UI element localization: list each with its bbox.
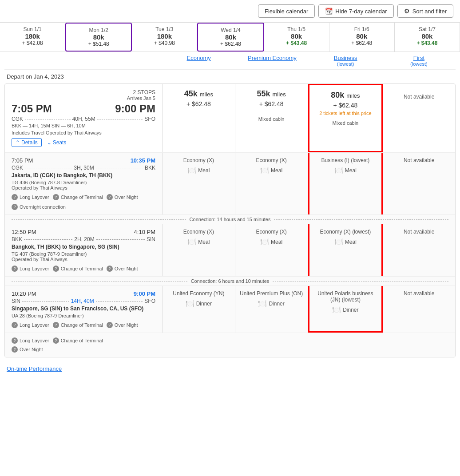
seg3-dep-time: 10:20 PM [12,290,36,297]
arrival-time: 9:00 PM [115,103,155,115]
fare-business[interactable]: 80k miles + $62.48 2 tickets left at thi… [308,84,383,152]
seg2-operated: Operated by Thai Airways [12,257,155,262]
flight-info: 2 STOPS Arrives Jan 5 7:05 PM 9:00 PM CG… [5,84,163,152]
segment-3: 10:20 PM 9:00 PM SIN 14H, 40M SFO Singap… [5,286,455,333]
seg3-tag-change-terminal: ? Change of Terminal [53,322,103,328]
seg3-fare-economy: United Economy (YN) 🍽️ Dinner [163,286,235,333]
calendar2-icon: 📆 [325,8,333,15]
question-icon-6[interactable]: ? [53,266,59,272]
seg3-fare-premium: United Premium Plus (ON) 🍽️ Dinner [235,286,308,333]
question-icon-13[interactable]: ? [12,346,18,353]
via-info: BKK — 14H, 15M SIN — 6H, 10M [12,123,155,128]
question-icon-2[interactable]: ? [53,194,59,200]
seg2-flight-number: TG 407 (Boeing 787-9 Dreamliner) [12,251,155,257]
fare-economy[interactable]: 45k miles + $62.48 [163,84,235,152]
seg3-arr-time: 9:00 PM [134,290,155,297]
operated-by: Includes Travel Operated by Thai Airways [12,130,155,135]
dep-code: CGK [12,116,23,122]
seg1-flight-name: Jakarta, ID (CGK) to Bangkok, TH (BKK) [12,172,155,178]
calendar-day-tue13[interactable]: Tue 1/3 180k + $40.98 [132,23,197,52]
seg1-arr-time: 10:35 PM [131,157,155,164]
seg2-arr-code: SIN [147,236,155,242]
seg2-tag-change-terminal: ? Change of Terminal [53,266,103,272]
seg3-tag-overnight: ? Over Night [107,322,138,328]
arr-code: SFO [144,116,155,122]
seg2-arr-time: 4:10 PM [134,229,155,235]
col-header-first[interactable]: First (lowest) [382,55,456,67]
seg3-duration: 14H, 40M [71,298,94,304]
col-header-premium[interactable]: Premium Economy [235,55,309,67]
seg1-fare-first: Not available [383,153,455,214]
seg1-flight-number: TG 436 (Boeing 787-8 Dreamliner) [12,180,155,185]
seg3-flight-number: UA 28 (Boeing 787-9 Dreamliner) [12,313,155,318]
on-time-link[interactable]: On-time Performance [7,365,62,372]
seg1-arr-code: BKK [145,165,155,171]
flight-duration: 40H, 55M [72,116,95,122]
seg2-dep-code: BKK [12,236,22,242]
question-icon-9[interactable]: ? [53,322,59,328]
seg2-duration: 2H, 20M [74,236,94,242]
question-icon-11[interactable]: ? [12,337,18,344]
chevron-up-icon: ⌃ [16,139,20,146]
seg1-fare-economy: Economy (X) 🍽️ Meal [163,153,235,214]
seg2-dep-time: 12:50 PM [12,229,36,235]
seg1-dep-code: CGK [12,165,23,171]
meal-icon-4: 🍽️ [187,238,196,246]
question-icon-8[interactable]: ? [12,322,18,328]
calendar-day-fri16[interactable]: Fri 1/6 80k + $62.48 [329,23,395,52]
seg1-fare-business: Business (I) (lowest) 🍽️ Meal [308,153,383,214]
flight-line2 [97,119,143,119]
seg1-tag-overnight: ? Over Night [107,194,138,200]
bottom-tags: ? Long Layover ? Change of Terminal ? Ov… [5,333,455,357]
meal-icon-3: 🍽️ [334,166,343,175]
seg2-fare-premium: Economy (X) 🍽️ Meal [235,224,308,276]
meal-icon-8: 🍽️ [258,299,267,308]
calendar-day-thu15[interactable]: Thu 1/5 80k + $43.48 [264,23,329,52]
question-icon-10[interactable]: ? [107,322,113,328]
segment-2-info: 12:50 PM 4:10 PM BKK 2H, 20M SIN Bangkok… [5,224,163,276]
seg3-arr-code: SFO [144,298,155,304]
meal-icon-9: 🍽️ [332,305,341,314]
depart-label: Depart on Jan 4, 2023 [0,70,460,83]
seg1-dep-time: 7:05 PM [12,157,33,164]
calendar-row: Sun 1/1 180k + $42.08 Mon 1/2 80k + $51.… [0,23,460,52]
flight-card: 2 STOPS Arrives Jan 5 7:05 PM 9:00 PM CG… [4,83,456,357]
col-header-economy[interactable]: Economy [162,55,235,67]
seg2-tag-long-layover: ? Long Layover [12,266,49,272]
question-icon-5[interactable]: ? [12,266,18,272]
meal-icon-7: 🍽️ [186,299,194,308]
meal-icon-5: 🍽️ [260,238,269,246]
details-button[interactable]: ⌃ Details [12,138,42,147]
seg1-fare-premium: Economy (X) 🍽️ Meal [235,153,308,214]
seg3-fare-first: Not available [383,286,455,333]
fare-first: Not available [383,84,455,152]
question-icon-7[interactable]: ? [107,266,113,272]
seg1-tag-long-layover: ? Long Layover [12,194,49,200]
question-icon-1[interactable]: ? [12,194,18,200]
calendar-day-sun11[interactable]: Sun 1/1 180k + $42.08 [0,23,65,52]
hide-calendar-button[interactable]: 📆 Hide 7-day calendar [318,4,393,18]
bottom-tag-long-layover: ? Long Layover [12,337,49,344]
calendar-day-wed14[interactable]: Wed 1/4 80k + $62.48 [197,23,264,52]
question-icon-4[interactable]: ? [12,204,18,210]
col-header-business[interactable]: Business (lowest) [309,55,382,67]
calendar-day-mon12[interactable]: Mon 1/2 80k + $51.48 [65,23,132,52]
on-time-section: On-time Performance [0,362,460,376]
seg2-fare-business: Economy (X) (lowest) 🍽️ Meal [308,224,383,276]
question-icon-3[interactable]: ? [107,194,113,200]
seg1-tag-change-terminal: ? Change of Terminal [53,194,103,200]
segment-1-info: 7:05 PM 10:35 PM CGK 3H, 30M BKK Jakarta… [5,153,163,214]
seats-button[interactable]: ⌄ Seats [45,138,68,147]
sort-filter-button[interactable]: ⚙ Sort and filter [397,4,453,18]
bottom-tag-change-terminal: ? Change of Terminal [53,337,103,344]
seg2-flight-name: Bangkok, TH (BKK) to Singapore, SG (SIN) [12,244,155,250]
fare-premium[interactable]: 55k miles + $62.48 Mixed cabin [235,84,308,152]
stops-badge: 2 STOPS [133,89,155,95]
question-icon-12[interactable]: ? [53,337,59,344]
column-headers: Economy Premium Economy Business (lowest… [4,52,456,70]
flexible-calendar-button[interactable]: Flexible calendar [258,4,315,18]
seg2-fare-first: Not available [383,224,455,276]
calendar-day-sat17[interactable]: Sat 1/7 80k + $43.48 [395,23,460,52]
segment-3-info: 10:20 PM 9:00 PM SIN 14H, 40M SFO Singap… [5,286,163,333]
meal-icon-2: 🍽️ [260,166,269,175]
